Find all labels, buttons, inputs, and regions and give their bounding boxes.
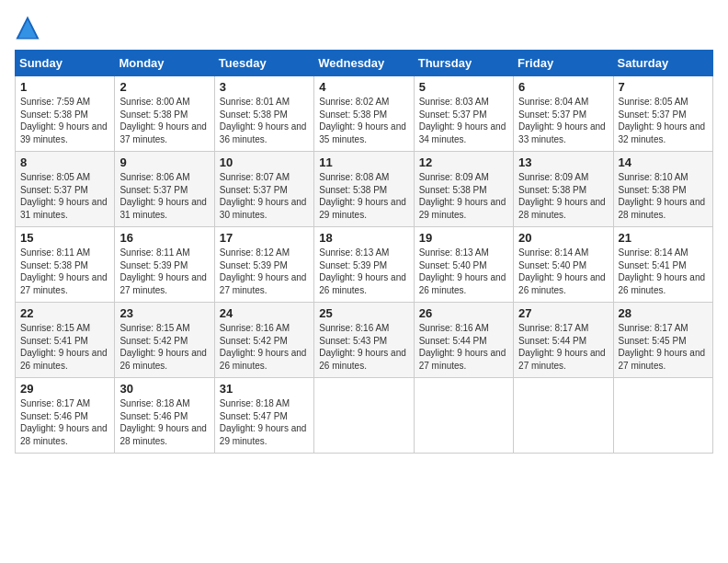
- day-info: Sunrise: 8:09 AM Sunset: 5:38 PM Dayligh…: [518, 171, 608, 221]
- day-number: 2: [119, 80, 209, 94]
- calendar-cell: 30 Sunrise: 8:18 AM Sunset: 5:46 PM Dayl…: [115, 378, 214, 454]
- calendar-cell: 19 Sunrise: 8:13 AM Sunset: 5:40 PM Dayl…: [414, 227, 513, 303]
- day-number: 26: [419, 306, 508, 320]
- day-info: Sunrise: 8:13 AM Sunset: 5:39 PM Dayligh…: [319, 247, 408, 296]
- day-number: 13: [518, 155, 608, 169]
- calendar-cell: 13 Sunrise: 8:09 AM Sunset: 5:38 PM Dayl…: [514, 152, 613, 227]
- day-number: 10: [220, 155, 309, 169]
- calendar-week-row: 15 Sunrise: 8:11 AM Sunset: 5:38 PM Dayl…: [16, 227, 713, 303]
- day-number: 23: [119, 306, 209, 320]
- day-number: 30: [119, 382, 209, 396]
- day-info: Sunrise: 8:01 AM Sunset: 5:38 PM Dayligh…: [220, 96, 309, 145]
- calendar-cell: 6 Sunrise: 8:04 AM Sunset: 5:37 PM Dayli…: [514, 76, 613, 152]
- day-number: 11: [319, 155, 408, 169]
- calendar-cell: 5 Sunrise: 8:03 AM Sunset: 5:37 PM Dayli…: [414, 76, 513, 152]
- day-number: 28: [619, 306, 708, 320]
- day-info: Sunrise: 8:05 AM Sunset: 5:37 PM Dayligh…: [20, 171, 109, 221]
- day-number: 5: [419, 80, 508, 94]
- weekday-header: Thursday: [414, 51, 513, 76]
- day-info: Sunrise: 8:16 AM Sunset: 5:42 PM Dayligh…: [220, 322, 309, 372]
- calendar-cell: 10 Sunrise: 8:07 AM Sunset: 5:37 PM Dayl…: [214, 152, 313, 227]
- day-number: 1: [20, 80, 109, 94]
- day-number: 18: [319, 231, 408, 245]
- calendar-cell: 15 Sunrise: 8:11 AM Sunset: 5:38 PM Dayl…: [16, 227, 115, 303]
- calendar-cell: 28 Sunrise: 8:17 AM Sunset: 5:45 PM Dayl…: [613, 303, 712, 378]
- day-number: 31: [220, 382, 309, 396]
- calendar-cell: 9 Sunrise: 8:06 AM Sunset: 5:37 PM Dayli…: [115, 152, 214, 227]
- calendar-week-row: 8 Sunrise: 8:05 AM Sunset: 5:37 PM Dayli…: [16, 152, 713, 227]
- day-number: 15: [20, 231, 109, 245]
- day-number: 14: [619, 155, 708, 169]
- calendar-cell: 31 Sunrise: 8:18 AM Sunset: 5:47 PM Dayl…: [214, 378, 313, 454]
- logo: [15, 15, 42, 40]
- weekday-header: Sunday: [16, 51, 115, 76]
- day-info: Sunrise: 8:18 AM Sunset: 5:47 PM Dayligh…: [220, 397, 309, 447]
- calendar-cell: 12 Sunrise: 8:09 AM Sunset: 5:38 PM Dayl…: [414, 152, 513, 227]
- calendar-cell: 1 Sunrise: 7:59 AM Sunset: 5:38 PM Dayli…: [16, 76, 115, 152]
- day-info: Sunrise: 8:05 AM Sunset: 5:37 PM Dayligh…: [619, 96, 708, 145]
- day-info: Sunrise: 8:16 AM Sunset: 5:44 PM Dayligh…: [419, 322, 508, 372]
- calendar-cell: 27 Sunrise: 8:17 AM Sunset: 5:44 PM Dayl…: [514, 303, 613, 378]
- day-number: 29: [20, 382, 109, 396]
- day-number: 17: [220, 231, 309, 245]
- page-container: SundayMondayTuesdayWednesdayThursdayFrid…: [0, 0, 728, 463]
- calendar-week-row: 1 Sunrise: 7:59 AM Sunset: 5:38 PM Dayli…: [16, 76, 713, 152]
- day-info: Sunrise: 8:17 AM Sunset: 5:45 PM Dayligh…: [619, 322, 708, 372]
- day-number: 6: [518, 80, 608, 94]
- calendar-cell: 29 Sunrise: 8:17 AM Sunset: 5:46 PM Dayl…: [16, 378, 115, 454]
- calendar-cell: 18 Sunrise: 8:13 AM Sunset: 5:39 PM Dayl…: [314, 227, 414, 303]
- day-info: Sunrise: 8:10 AM Sunset: 5:38 PM Dayligh…: [619, 171, 708, 221]
- calendar-cell: 14 Sunrise: 8:10 AM Sunset: 5:38 PM Dayl…: [613, 152, 712, 227]
- day-info: Sunrise: 8:00 AM Sunset: 5:38 PM Dayligh…: [119, 96, 209, 145]
- calendar-cell: 2 Sunrise: 8:00 AM Sunset: 5:38 PM Dayli…: [115, 76, 214, 152]
- weekday-header: Tuesday: [214, 51, 313, 76]
- day-info: Sunrise: 8:15 AM Sunset: 5:41 PM Dayligh…: [20, 322, 109, 372]
- calendar-table: SundayMondayTuesdayWednesdayThursdayFrid…: [15, 50, 713, 454]
- calendar-cell: [613, 378, 712, 454]
- calendar-cell: 17 Sunrise: 8:12 AM Sunset: 5:39 PM Dayl…: [214, 227, 313, 303]
- day-number: 19: [419, 231, 508, 245]
- day-number: 21: [619, 231, 708, 245]
- day-info: Sunrise: 8:11 AM Sunset: 5:38 PM Dayligh…: [20, 247, 109, 296]
- calendar-cell: 7 Sunrise: 8:05 AM Sunset: 5:37 PM Dayli…: [613, 76, 712, 152]
- day-info: Sunrise: 8:15 AM Sunset: 5:42 PM Dayligh…: [119, 322, 209, 372]
- day-number: 20: [518, 231, 608, 245]
- calendar-cell: 25 Sunrise: 8:16 AM Sunset: 5:43 PM Dayl…: [314, 303, 414, 378]
- day-info: Sunrise: 8:06 AM Sunset: 5:37 PM Dayligh…: [119, 171, 209, 221]
- calendar-cell: 16 Sunrise: 8:11 AM Sunset: 5:39 PM Dayl…: [115, 227, 214, 303]
- calendar-cell: 21 Sunrise: 8:14 AM Sunset: 5:41 PM Dayl…: [613, 227, 712, 303]
- calendar-cell: 26 Sunrise: 8:16 AM Sunset: 5:44 PM Dayl…: [414, 303, 513, 378]
- day-info: Sunrise: 8:08 AM Sunset: 5:38 PM Dayligh…: [319, 171, 408, 221]
- day-info: Sunrise: 7:59 AM Sunset: 5:38 PM Dayligh…: [20, 96, 109, 145]
- day-info: Sunrise: 8:04 AM Sunset: 5:37 PM Dayligh…: [518, 96, 608, 145]
- day-number: 12: [419, 155, 508, 169]
- calendar-cell: [414, 378, 513, 454]
- day-number: 3: [220, 80, 309, 94]
- calendar-cell: 8 Sunrise: 8:05 AM Sunset: 5:37 PM Dayli…: [16, 152, 115, 227]
- day-info: Sunrise: 8:09 AM Sunset: 5:38 PM Dayligh…: [419, 171, 508, 221]
- day-number: 8: [20, 155, 109, 169]
- calendar-cell: 11 Sunrise: 8:08 AM Sunset: 5:38 PM Dayl…: [314, 152, 414, 227]
- day-info: Sunrise: 8:07 AM Sunset: 5:37 PM Dayligh…: [220, 171, 309, 221]
- calendar-cell: 24 Sunrise: 8:16 AM Sunset: 5:42 PM Dayl…: [214, 303, 313, 378]
- calendar-week-row: 22 Sunrise: 8:15 AM Sunset: 5:41 PM Dayl…: [16, 303, 713, 378]
- day-info: Sunrise: 8:02 AM Sunset: 5:38 PM Dayligh…: [319, 96, 408, 145]
- calendar-cell: [514, 378, 613, 454]
- calendar-cell: 23 Sunrise: 8:15 AM Sunset: 5:42 PM Dayl…: [115, 303, 214, 378]
- day-info: Sunrise: 8:14 AM Sunset: 5:41 PM Dayligh…: [619, 247, 708, 296]
- day-number: 25: [319, 306, 408, 320]
- calendar-body: 1 Sunrise: 7:59 AM Sunset: 5:38 PM Dayli…: [16, 76, 713, 454]
- day-info: Sunrise: 8:17 AM Sunset: 5:46 PM Dayligh…: [20, 397, 109, 447]
- weekday-header: Saturday: [613, 51, 712, 76]
- weekday-header: Wednesday: [314, 51, 414, 76]
- day-info: Sunrise: 8:16 AM Sunset: 5:43 PM Dayligh…: [319, 322, 408, 372]
- day-number: 27: [518, 306, 608, 320]
- day-number: 16: [119, 231, 209, 245]
- day-info: Sunrise: 8:14 AM Sunset: 5:40 PM Dayligh…: [518, 247, 608, 296]
- day-number: 7: [619, 80, 708, 94]
- calendar-cell: [314, 378, 414, 454]
- weekday-header: Friday: [514, 51, 613, 76]
- calendar-week-row: 29 Sunrise: 8:17 AM Sunset: 5:46 PM Dayl…: [16, 378, 713, 454]
- calendar-cell: 22 Sunrise: 8:15 AM Sunset: 5:41 PM Dayl…: [16, 303, 115, 378]
- calendar-cell: 3 Sunrise: 8:01 AM Sunset: 5:38 PM Dayli…: [214, 76, 313, 152]
